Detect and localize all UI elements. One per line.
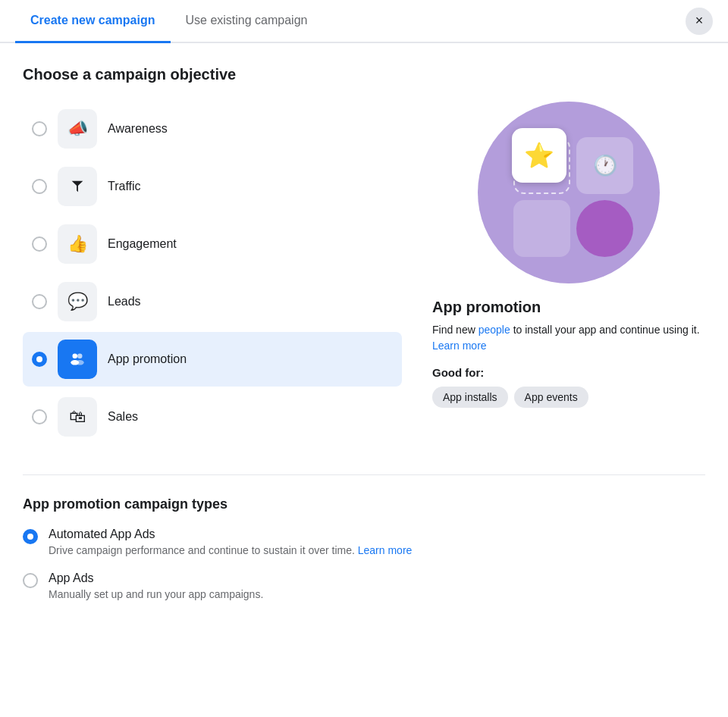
tag-app-events: App events <box>514 387 588 408</box>
modal-container: Create new campaign Use existing campaig… <box>0 0 728 646</box>
close-button[interactable]: × <box>686 8 713 35</box>
radio-app-ads[interactable] <box>23 573 38 588</box>
campaign-types-section: App promotion campaign types Automated A… <box>23 474 705 600</box>
panel-desc-middle: to install your app and continue using i… <box>510 324 700 336</box>
radio-engagement[interactable] <box>32 236 47 252</box>
app-ads-option-content: App Ads Manually set up and run your app… <box>49 571 263 600</box>
panel-desc-before: Find new <box>432 324 479 336</box>
traffic-icon <box>58 167 97 206</box>
good-for-title: Good for: <box>432 366 705 379</box>
panel-info: App promotion Find new people to install… <box>432 299 705 408</box>
radio-sales[interactable] <box>32 409 47 424</box>
radio-leads[interactable] <box>32 294 47 309</box>
objective-item-traffic[interactable]: Traffic <box>23 159 402 214</box>
leads-label: Leads <box>108 295 141 308</box>
campaign-types-title: App promotion campaign types <box>23 496 705 512</box>
automated-desc: Drive campaign performance and continue … <box>49 544 412 556</box>
section-title: Choose a campaign objective <box>23 66 705 83</box>
star-card-icon: ⭐ <box>512 128 566 183</box>
svg-point-0 <box>73 353 78 358</box>
traffic-label: Traffic <box>108 180 141 193</box>
radio-awareness[interactable] <box>32 121 47 136</box>
sales-label: Sales <box>108 410 138 424</box>
awareness-label: Awareness <box>108 122 168 136</box>
panel-learn-more-link[interactable]: Learn more <box>432 340 487 352</box>
tab-use-existing-campaign[interactable]: Use existing campaign <box>171 0 323 43</box>
automated-option-content: Automated App Ads Drive campaign perform… <box>49 528 412 556</box>
awareness-icon: 📣 <box>58 109 97 149</box>
objectives-list: 📣 Awareness Traffic 👍 <box>23 102 402 444</box>
modal-content: Choose a campaign objective 📣 Awareness <box>0 43 728 646</box>
empty-cell <box>513 200 570 257</box>
panel-description: Find new people to install your app and … <box>432 322 705 354</box>
automated-learn-more-link[interactable]: Learn more <box>358 544 413 556</box>
app-promotion-label: App promotion <box>108 352 187 366</box>
right-panel: ⭐ ↓ 🕐 <box>432 102 705 444</box>
clock-cell: 🕐 <box>576 137 633 194</box>
app-ads-label: App Ads <box>49 571 263 585</box>
objective-item-app-promotion[interactable]: App promotion <box>23 332 402 387</box>
panel-people-link[interactable]: people <box>479 324 510 336</box>
sales-icon: 🛍 <box>58 397 97 437</box>
circle-cell <box>576 200 633 257</box>
objective-item-awareness[interactable]: 📣 Awareness <box>23 102 402 156</box>
objective-item-engagement[interactable]: 👍 Engagement <box>23 217 402 271</box>
radio-traffic[interactable] <box>32 179 47 194</box>
two-col-layout: 📣 Awareness Traffic 👍 <box>23 102 705 444</box>
automated-label: Automated App Ads <box>49 528 412 541</box>
objective-item-leads[interactable]: 💬 Leads <box>23 274 402 329</box>
svg-point-3 <box>76 360 84 365</box>
tags-container: App installs App events <box>432 387 705 408</box>
panel-title: App promotion <box>432 299 705 316</box>
leads-icon: 💬 <box>58 282 97 321</box>
app-ads-desc: Manually set up and run your app campaig… <box>49 588 263 600</box>
automated-desc-text: Drive campaign performance and continue … <box>49 544 355 556</box>
engagement-icon: 👍 <box>58 224 97 264</box>
svg-point-1 <box>77 353 83 358</box>
app-promotion-illustration: ⭐ ↓ 🕐 <box>478 102 660 283</box>
tab-create-new-campaign[interactable]: Create new campaign <box>15 0 171 43</box>
tag-app-installs: App installs <box>432 387 508 408</box>
app-promotion-icon <box>58 340 97 379</box>
campaign-type-automated[interactable]: Automated App Ads Drive campaign perform… <box>23 528 705 556</box>
objective-item-sales[interactable]: 🛍 Sales <box>23 390 402 444</box>
radio-app-promotion[interactable] <box>32 352 47 367</box>
campaign-type-app-ads[interactable]: App Ads Manually set up and run your app… <box>23 571 705 600</box>
tab-bar: Create new campaign Use existing campaig… <box>0 0 728 43</box>
engagement-label: Engagement <box>108 237 177 251</box>
radio-automated[interactable] <box>23 529 38 544</box>
